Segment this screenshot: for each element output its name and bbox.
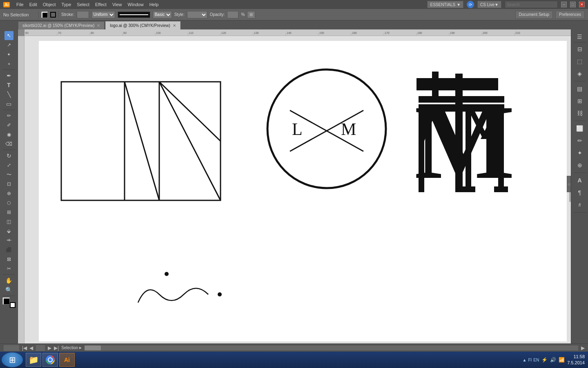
essentials-dropdown[interactable]: ESSENTIALS ▼ bbox=[427, 1, 463, 8]
pen-tool[interactable]: ✒ bbox=[4, 71, 13, 80]
zoom-tool[interactable]: 🔍 bbox=[4, 285, 13, 294]
type-tool[interactable]: T bbox=[4, 81, 13, 90]
warp-tool[interactable]: 〜 bbox=[4, 170, 13, 179]
sync-icon[interactable]: ⟳ bbox=[467, 1, 474, 8]
gradient-tool[interactable]: ◫ bbox=[4, 217, 13, 226]
paintbrush-tool[interactable]: ✏ bbox=[4, 111, 13, 120]
paragraph-style-btn[interactable]: ¶ bbox=[573, 187, 586, 198]
menu-window[interactable]: Window bbox=[125, 2, 146, 7]
svg-point-39 bbox=[267, 70, 386, 188]
document-setup-btn[interactable]: Document Setup bbox=[515, 11, 553, 19]
stroke-type-select[interactable]: Uniform bbox=[91, 11, 115, 18]
taskbar-volume-icon[interactable]: 🔊 bbox=[550, 357, 556, 363]
page-input[interactable]: 1 bbox=[36, 345, 45, 351]
symbols-btn[interactable]: ✦ bbox=[573, 147, 586, 159]
align-pixel-icon[interactable]: ⊞ bbox=[247, 11, 255, 18]
search-input[interactable] bbox=[505, 1, 558, 8]
scroll-right-btn[interactable]: ▶ bbox=[581, 345, 585, 351]
menu-view[interactable]: View bbox=[110, 2, 125, 7]
menu-type[interactable]: Type bbox=[59, 2, 74, 7]
perspective-tool[interactable]: ⬡ bbox=[4, 198, 13, 207]
opentype-btn[interactable]: fi bbox=[573, 199, 586, 211]
taskbar-clock[interactable]: 11:58 7.5.2014 bbox=[567, 354, 585, 366]
direct-selection-tool[interactable]: ↗ bbox=[4, 40, 13, 49]
start-button[interactable]: ⊞ bbox=[2, 352, 23, 367]
svg-text:M: M bbox=[414, 83, 512, 201]
title-bar: Ai File Edit Object Type Select Effect V… bbox=[0, 0, 588, 9]
artboard-tool[interactable]: ⊠ bbox=[4, 255, 13, 264]
menu-effect[interactable]: Effect bbox=[93, 2, 109, 7]
last-page-btn[interactable]: ▶| bbox=[54, 345, 59, 351]
transform-btn[interactable]: ⬚ bbox=[573, 56, 586, 67]
fill-color-swatch[interactable] bbox=[41, 11, 48, 18]
menu-help[interactable]: Help bbox=[147, 2, 161, 7]
next-page-icon[interactable]: ▶ bbox=[48, 345, 51, 351]
preferences-btn[interactable]: Preferences bbox=[555, 11, 585, 19]
selection-tool[interactable]: ↖ bbox=[4, 31, 13, 40]
cs-live-btn[interactable]: CS Live ▼ bbox=[477, 1, 501, 8]
tab-1[interactable]: logo.ai @ 300% (CMYK/Preview) ✕ bbox=[105, 21, 180, 29]
libraries-btn[interactable]: ☰ bbox=[573, 31, 586, 43]
scale-tool[interactable]: ⤢ bbox=[4, 161, 13, 170]
blend-tool[interactable]: ⬲ bbox=[4, 236, 13, 245]
links-btn[interactable]: ⛓ bbox=[573, 108, 586, 119]
brushes-btn[interactable]: ✏ bbox=[573, 135, 586, 146]
stroke-style-select[interactable]: Basic bbox=[153, 11, 172, 18]
rotate-tool[interactable]: ↻ bbox=[4, 151, 13, 160]
eraser-tool[interactable]: ⌫ bbox=[4, 139, 13, 148]
artboard[interactable]: L M bbox=[24, 36, 571, 343]
taskbar-chrome[interactable] bbox=[42, 353, 58, 367]
svg-text:200: 200 bbox=[483, 31, 488, 34]
zoom-input[interactable]: 300% bbox=[3, 345, 20, 351]
type-style-btn[interactable]: A bbox=[573, 175, 586, 186]
menu-file[interactable]: File bbox=[14, 2, 26, 7]
fill-stroke-swatches[interactable] bbox=[2, 297, 16, 308]
canvas-area: 60 70 80 90 100 110 120 130 140 150 bbox=[18, 29, 571, 343]
blob-brush-tool[interactable]: ◉ bbox=[4, 130, 13, 139]
eyedropper-tool[interactable]: ⬙ bbox=[4, 227, 13, 236]
appearance-btn[interactable]: ◈ bbox=[573, 68, 586, 79]
hand-tool[interactable]: ✋ bbox=[4, 276, 13, 285]
layers-btn[interactable]: ▤ bbox=[573, 83, 586, 94]
live-paint-tool[interactable]: ⬛ bbox=[4, 245, 13, 254]
line-tool[interactable]: ╲ bbox=[4, 90, 13, 99]
align-btn[interactable]: ⊟ bbox=[573, 43, 586, 55]
tab-0[interactable]: sikorttii102.ai @ 150% (CMYK/Preview) ✕ bbox=[18, 21, 105, 29]
maximize-btn[interactable]: □ bbox=[570, 2, 576, 7]
swatches-btn[interactable]: ⬜ bbox=[573, 123, 586, 134]
essentials-label: ESSENTIALS bbox=[430, 2, 455, 7]
svg-text:M: M bbox=[341, 120, 356, 139]
stroke-value-input[interactable]: 1 pt bbox=[77, 11, 89, 18]
lasso-tool[interactable]: ⌖ bbox=[4, 59, 13, 68]
taskbar-sys-tray[interactable]: ▲ FI EN bbox=[522, 358, 539, 362]
menu-select[interactable]: Select bbox=[74, 2, 92, 7]
tab-1-close-icon[interactable]: ✕ bbox=[173, 23, 176, 28]
opacity-input[interactable]: 100 bbox=[227, 11, 238, 18]
prev-page-icon[interactable]: ◀ bbox=[29, 345, 33, 351]
style-label: Style: bbox=[174, 12, 185, 17]
graphic-styles-btn[interactable]: ⊕ bbox=[573, 159, 586, 171]
stroke-label: Stroke: bbox=[61, 12, 74, 17]
menu-object[interactable]: Object bbox=[40, 2, 58, 7]
prev-page-btn[interactable]: |◀ bbox=[22, 345, 27, 351]
mesh-tool[interactable]: ⊞ bbox=[4, 208, 13, 217]
magic-wand-tool[interactable]: ✦ bbox=[4, 50, 13, 59]
pencil-tool[interactable]: ✐ bbox=[4, 121, 13, 130]
menu-edit[interactable]: Edit bbox=[27, 2, 40, 7]
slice-tool[interactable]: ✂ bbox=[4, 264, 13, 273]
close-btn[interactable]: ✕ bbox=[579, 2, 585, 7]
taskbar-illustrator[interactable]: Ai bbox=[59, 353, 75, 367]
style-select[interactable] bbox=[187, 11, 207, 18]
menu-bar: File Edit Object Type Select Effect View… bbox=[14, 2, 161, 7]
free-transform-tool[interactable]: ⊡ bbox=[4, 180, 13, 188]
artboards-btn[interactable]: ⊞ bbox=[573, 95, 586, 107]
tab-0-close-icon[interactable]: ✕ bbox=[97, 23, 100, 28]
minimize-btn[interactable]: ─ bbox=[561, 2, 567, 7]
mode-dropdown[interactable]: Selection ▶ bbox=[61, 346, 82, 350]
stroke-color-indicator[interactable] bbox=[50, 12, 56, 18]
rectangle-tool[interactable]: ▭ bbox=[4, 99, 13, 108]
shape-builder-tool[interactable]: ⊕ bbox=[4, 189, 13, 198]
ruler-horizontal: 60 70 80 90 100 110 120 130 140 150 bbox=[24, 29, 571, 36]
taskbar-explorer[interactable]: 📁 bbox=[26, 353, 41, 367]
taskbar-network-icon[interactable]: 📶 bbox=[559, 357, 565, 363]
